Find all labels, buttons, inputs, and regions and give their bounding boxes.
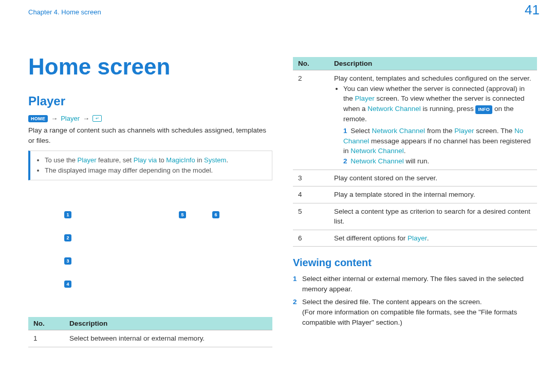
th-desc: Description bbox=[64, 317, 272, 330]
section-heading-viewing: Viewing content bbox=[293, 257, 537, 269]
viewing-steps: 1 Select either internal or external mem… bbox=[293, 274, 537, 327]
callout-2: 2 bbox=[64, 234, 71, 241]
callout-4: 4 bbox=[64, 281, 71, 288]
th-desc: Description bbox=[329, 57, 537, 70]
chapter-label: Chapter 4. Home screen bbox=[28, 8, 101, 16]
table-row: 5 Select a content type as criterion to … bbox=[293, 203, 537, 230]
table-row: 6 Set different options for Player. bbox=[293, 230, 537, 247]
section-heading-player: Player bbox=[28, 94, 272, 108]
page-title: Home screen bbox=[28, 54, 272, 80]
diagram-placeholder: 1 5 6 2 3 4 bbox=[28, 211, 272, 314]
left-table: No. Description 1 Select between interna… bbox=[28, 317, 272, 347]
table-row: 2 Play content, templates and schedules … bbox=[293, 70, 537, 170]
nav-player-link: Player bbox=[61, 115, 80, 122]
nav-path: HOME → Player → ↵ bbox=[28, 115, 272, 122]
table-row: 3 Play content stored on the server. bbox=[293, 170, 537, 186]
callout-5: 5 bbox=[179, 211, 186, 218]
arrow-icon: → bbox=[83, 115, 89, 122]
table-row: 1 Select between internal or external me… bbox=[28, 330, 272, 347]
callout-6: 6 bbox=[212, 211, 219, 218]
intro-text: Play a range of content such as channels… bbox=[28, 125, 272, 145]
th-no: No. bbox=[28, 317, 64, 330]
callout-1: 1 bbox=[64, 211, 71, 218]
right-table: No. Description 2 Play content, template… bbox=[293, 57, 537, 247]
page-number: 41 bbox=[525, 2, 540, 18]
info-key-icon: INFO bbox=[475, 105, 492, 114]
home-key-icon: HOME bbox=[28, 115, 48, 122]
arrow-icon: → bbox=[51, 115, 58, 122]
table-row: 4 Play a template stored in the internal… bbox=[293, 186, 537, 203]
callout-3: 3 bbox=[64, 257, 71, 265]
note-box: To use the Player feature, set Play via … bbox=[28, 151, 272, 180]
enter-key-icon: ↵ bbox=[92, 115, 102, 122]
th-no: No. bbox=[293, 57, 329, 70]
